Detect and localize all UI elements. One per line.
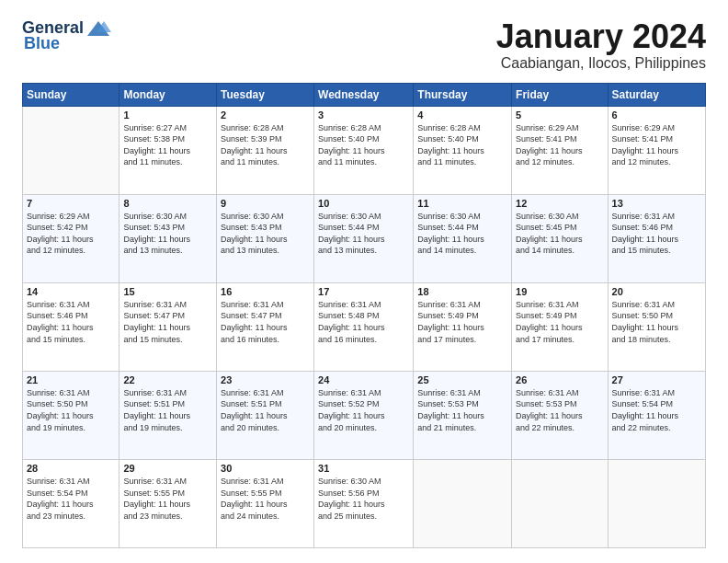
calendar-cell: 22Sunrise: 6:31 AM Sunset: 5:51 PM Dayli… — [119, 371, 217, 459]
col-thursday: Thursday — [414, 83, 512, 106]
col-sunday: Sunday — [23, 83, 119, 106]
day-content: Sunrise: 6:29 AM Sunset: 5:42 PM Dayligh… — [27, 211, 115, 257]
day-number: 23 — [221, 374, 310, 385]
day-number: 7 — [27, 198, 115, 209]
day-number: 1 — [123, 109, 212, 121]
day-content: Sunrise: 6:31 AM Sunset: 5:48 PM Dayligh… — [318, 299, 409, 345]
day-number: 19 — [516, 286, 603, 297]
day-number: 10 — [318, 198, 409, 209]
day-number: 26 — [516, 374, 603, 385]
calendar-cell — [512, 459, 608, 547]
day-content: Sunrise: 6:31 AM Sunset: 5:54 PM Dayligh… — [27, 476, 115, 522]
day-content: Sunrise: 6:31 AM Sunset: 5:49 PM Dayligh… — [516, 299, 603, 345]
day-content: Sunrise: 6:31 AM Sunset: 5:55 PM Dayligh… — [221, 476, 310, 522]
day-content: Sunrise: 6:31 AM Sunset: 5:53 PM Dayligh… — [417, 387, 507, 433]
col-friday: Friday — [512, 83, 608, 106]
day-content: Sunrise: 6:31 AM Sunset: 5:51 PM Dayligh… — [221, 387, 310, 433]
day-number: 29 — [123, 463, 212, 474]
day-number: 25 — [417, 374, 507, 385]
day-number: 27 — [612, 374, 701, 385]
week-row-0: 1Sunrise: 6:27 AM Sunset: 5:38 PM Daylig… — [23, 106, 706, 194]
day-content: Sunrise: 6:31 AM Sunset: 5:46 PM Dayligh… — [612, 211, 701, 257]
calendar-cell: 5Sunrise: 6:29 AM Sunset: 5:41 PM Daylig… — [512, 106, 608, 194]
day-content: Sunrise: 6:29 AM Sunset: 5:41 PM Dayligh… — [612, 122, 701, 168]
calendar-cell: 13Sunrise: 6:31 AM Sunset: 5:46 PM Dayli… — [608, 194, 705, 282]
location: Caabiangan, Ilocos, Philippines — [496, 55, 706, 72]
day-content: Sunrise: 6:28 AM Sunset: 5:40 PM Dayligh… — [417, 122, 507, 168]
col-tuesday: Tuesday — [217, 83, 314, 106]
calendar-cell: 7Sunrise: 6:29 AM Sunset: 5:42 PM Daylig… — [23, 194, 119, 282]
calendar-cell: 19Sunrise: 6:31 AM Sunset: 5:49 PM Dayli… — [512, 282, 608, 371]
day-content: Sunrise: 6:31 AM Sunset: 5:46 PM Dayligh… — [27, 299, 115, 345]
day-content: Sunrise: 6:30 AM Sunset: 5:43 PM Dayligh… — [221, 211, 310, 257]
day-content: Sunrise: 6:30 AM Sunset: 5:43 PM Dayligh… — [123, 211, 212, 257]
logo: General Blue — [22, 18, 111, 53]
calendar-cell: 15Sunrise: 6:31 AM Sunset: 5:47 PM Dayli… — [119, 282, 217, 371]
day-content: Sunrise: 6:31 AM Sunset: 5:55 PM Dayligh… — [123, 476, 212, 522]
day-number: 22 — [123, 374, 212, 385]
calendar-cell: 21Sunrise: 6:31 AM Sunset: 5:50 PM Dayli… — [23, 371, 119, 459]
day-content: Sunrise: 6:31 AM Sunset: 5:50 PM Dayligh… — [27, 387, 115, 433]
day-number: 16 — [221, 286, 310, 297]
week-row-1: 7Sunrise: 6:29 AM Sunset: 5:42 PM Daylig… — [23, 194, 706, 282]
day-number: 12 — [516, 198, 603, 209]
calendar-cell: 3Sunrise: 6:28 AM Sunset: 5:40 PM Daylig… — [314, 106, 414, 194]
calendar-cell: 27Sunrise: 6:31 AM Sunset: 5:54 PM Dayli… — [608, 371, 705, 459]
calendar-cell: 17Sunrise: 6:31 AM Sunset: 5:48 PM Dayli… — [314, 282, 414, 371]
day-number: 28 — [27, 463, 115, 474]
day-content: Sunrise: 6:30 AM Sunset: 5:45 PM Dayligh… — [516, 211, 603, 257]
day-content: Sunrise: 6:28 AM Sunset: 5:39 PM Dayligh… — [221, 122, 310, 168]
col-monday: Monday — [119, 83, 217, 106]
day-number: 6 — [612, 109, 701, 121]
calendar-cell: 25Sunrise: 6:31 AM Sunset: 5:53 PM Dayli… — [414, 371, 512, 459]
calendar-cell: 11Sunrise: 6:30 AM Sunset: 5:44 PM Dayli… — [414, 194, 512, 282]
day-content: Sunrise: 6:31 AM Sunset: 5:47 PM Dayligh… — [123, 299, 212, 345]
col-saturday: Saturday — [608, 83, 705, 106]
calendar-page: General Blue January 2024 Caabiangan, Il… — [0, 0, 728, 563]
calendar-cell: 1Sunrise: 6:27 AM Sunset: 5:38 PM Daylig… — [119, 106, 217, 194]
day-number: 5 — [516, 109, 603, 121]
calendar-cell: 26Sunrise: 6:31 AM Sunset: 5:53 PM Dayli… — [512, 371, 608, 459]
day-content: Sunrise: 6:28 AM Sunset: 5:40 PM Dayligh… — [318, 122, 409, 168]
day-number: 24 — [318, 374, 409, 385]
day-content: Sunrise: 6:31 AM Sunset: 5:47 PM Dayligh… — [221, 299, 310, 345]
calendar-cell: 14Sunrise: 6:31 AM Sunset: 5:46 PM Dayli… — [23, 282, 119, 371]
calendar-cell: 2Sunrise: 6:28 AM Sunset: 5:39 PM Daylig… — [217, 106, 314, 194]
header-row: Sunday Monday Tuesday Wednesday Thursday… — [23, 83, 706, 106]
day-number: 3 — [318, 109, 409, 121]
calendar-cell: 10Sunrise: 6:30 AM Sunset: 5:44 PM Dayli… — [314, 194, 414, 282]
day-number: 21 — [27, 374, 115, 385]
day-content: Sunrise: 6:30 AM Sunset: 5:44 PM Dayligh… — [318, 211, 409, 257]
calendar-cell: 16Sunrise: 6:31 AM Sunset: 5:47 PM Dayli… — [217, 282, 314, 371]
day-number: 14 — [27, 286, 115, 297]
calendar-cell: 29Sunrise: 6:31 AM Sunset: 5:55 PM Dayli… — [119, 459, 217, 547]
calendar-cell: 4Sunrise: 6:28 AM Sunset: 5:40 PM Daylig… — [414, 106, 512, 194]
day-number: 30 — [221, 463, 310, 474]
day-content: Sunrise: 6:30 AM Sunset: 5:56 PM Dayligh… — [318, 476, 409, 522]
day-number: 2 — [221, 109, 310, 121]
day-number: 17 — [318, 286, 409, 297]
calendar-cell: 30Sunrise: 6:31 AM Sunset: 5:55 PM Dayli… — [217, 459, 314, 547]
day-number: 31 — [318, 463, 409, 474]
month-title: January 2024 — [496, 18, 706, 55]
calendar-cell: 6Sunrise: 6:29 AM Sunset: 5:41 PM Daylig… — [608, 106, 705, 194]
day-number: 4 — [417, 109, 507, 121]
day-number: 8 — [123, 198, 212, 209]
day-number: 9 — [221, 198, 310, 209]
calendar-cell: 8Sunrise: 6:30 AM Sunset: 5:43 PM Daylig… — [119, 194, 217, 282]
day-number: 20 — [612, 286, 701, 297]
day-content: Sunrise: 6:31 AM Sunset: 5:51 PM Dayligh… — [123, 387, 212, 433]
calendar-cell: 28Sunrise: 6:31 AM Sunset: 5:54 PM Dayli… — [23, 459, 119, 547]
week-row-2: 14Sunrise: 6:31 AM Sunset: 5:46 PM Dayli… — [23, 282, 706, 371]
calendar-cell: 31Sunrise: 6:30 AM Sunset: 5:56 PM Dayli… — [314, 459, 414, 547]
logo-icon — [85, 19, 111, 38]
header: General Blue January 2024 Caabiangan, Il… — [22, 18, 706, 72]
week-row-3: 21Sunrise: 6:31 AM Sunset: 5:50 PM Dayli… — [23, 371, 706, 459]
day-number: 13 — [612, 198, 701, 209]
day-content: Sunrise: 6:31 AM Sunset: 5:53 PM Dayligh… — [516, 387, 603, 433]
day-number: 11 — [417, 198, 507, 209]
day-content: Sunrise: 6:31 AM Sunset: 5:54 PM Dayligh… — [612, 387, 701, 433]
day-content: Sunrise: 6:29 AM Sunset: 5:41 PM Dayligh… — [516, 122, 603, 168]
day-content: Sunrise: 6:30 AM Sunset: 5:44 PM Dayligh… — [417, 211, 507, 257]
calendar-cell: 18Sunrise: 6:31 AM Sunset: 5:49 PM Dayli… — [414, 282, 512, 371]
